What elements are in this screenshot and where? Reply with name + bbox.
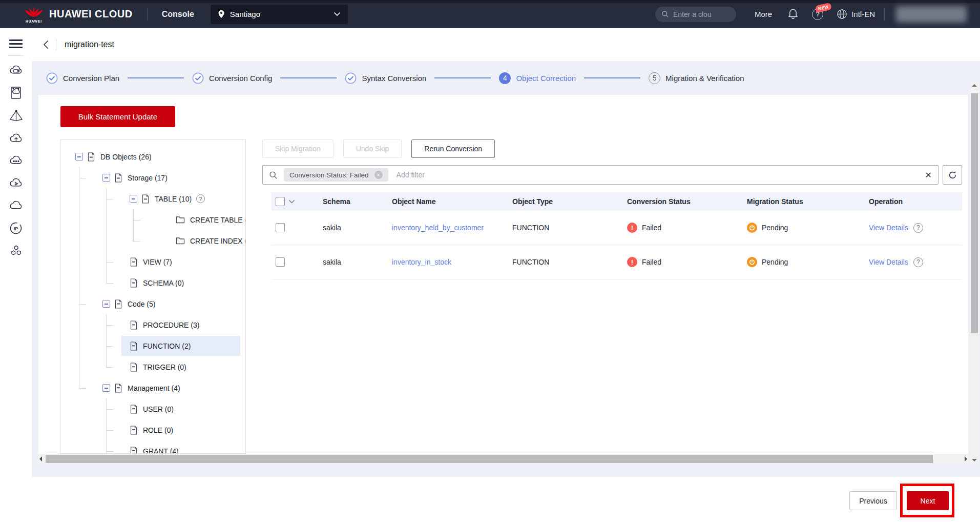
sidebar-item-cloud-server[interactable]	[6, 59, 26, 82]
horizontal-scrollbar[interactable]	[38, 454, 968, 464]
cloud-search-input[interactable]	[673, 10, 729, 18]
rerun-conversion-button[interactable]: Rerun Conversion	[411, 139, 495, 158]
location-pin-icon	[218, 10, 225, 18]
status-text: Failed	[642, 258, 661, 266]
step-connector	[280, 77, 337, 78]
collapse-toggle-icon[interactable]	[102, 174, 110, 182]
content-background: Conversion Plan Conversion Config Syntax…	[32, 61, 980, 477]
clear-filters-icon[interactable]: ✕	[925, 170, 932, 180]
next-button[interactable]: Next	[907, 491, 949, 510]
skip-migration-button[interactable]: Skip Migration	[262, 139, 333, 158]
top-header: HUAWEI HUAWEI CLOUD Console Santiago Mor…	[0, 0, 980, 28]
huawei-logo[interactable]: HUAWEI	[25, 6, 43, 23]
ip-icon: IP	[9, 222, 23, 235]
search-icon	[269, 171, 278, 179]
scroll-right-arrow-icon[interactable]	[965, 456, 967, 461]
back-button[interactable]	[43, 40, 49, 49]
bulk-statement-update-button[interactable]: Bulk Statement Update	[60, 106, 175, 127]
step-done-check-icon	[192, 72, 204, 84]
cell-object-type: FUNCTION	[512, 258, 627, 266]
select-all-checkbox[interactable]	[276, 197, 285, 206]
tree-item-role[interactable]: ROLE (0)	[60, 419, 245, 440]
vertical-scrollbar[interactable]	[970, 81, 979, 465]
operation-help-icon[interactable]: ?	[913, 257, 923, 267]
step-migration-verification[interactable]: 5 Migration & Verification	[649, 72, 744, 84]
hamburger-menu-button[interactable]	[9, 37, 23, 50]
refresh-button[interactable]	[943, 165, 962, 185]
tree-item-schema[interactable]: SCHEMA (0)	[60, 272, 245, 293]
tree-item-user[interactable]: USER (0)	[60, 398, 245, 419]
locale-selector[interactable]: Intl-EN	[837, 9, 875, 19]
row-checkbox[interactable]	[276, 223, 285, 232]
tree-item-grant[interactable]: GRANT (4)	[60, 440, 245, 454]
document-icon	[114, 299, 122, 309]
step-object-correction[interactable]: 4 Object Correction	[499, 72, 576, 84]
sidebar-item-prism[interactable]	[6, 104, 26, 127]
sidebar-item-storage-disk[interactable]	[6, 82, 26, 104]
folder-icon	[176, 237, 185, 245]
refresh-icon	[948, 170, 957, 180]
tree-item-create-index[interactable]: CREATE INDEX (0)	[60, 230, 245, 251]
collapse-toggle-icon[interactable]	[102, 384, 110, 392]
tree-item-storage[interactable]: Storage (17)	[60, 167, 245, 188]
previous-button[interactable]: Previous	[849, 491, 897, 510]
collapse-toggle-icon[interactable]	[102, 300, 110, 308]
header-search[interactable]	[655, 7, 736, 22]
console-link[interactable]: Console	[162, 10, 194, 19]
scroll-up-arrow-icon[interactable]	[972, 84, 977, 87]
filter-chip-label: Conversion Status: Failed	[289, 171, 369, 179]
sidebar-item-cluster[interactable]	[6, 239, 26, 262]
scroll-left-arrow-icon[interactable]	[39, 456, 42, 461]
object-name-link[interactable]: inventory_held_by_customer	[392, 224, 512, 232]
sidebar-item-cloud-run[interactable]	[6, 172, 26, 194]
tree-item-view[interactable]: VIEW (7)	[60, 251, 245, 272]
tree-item-table[interactable]: TABLE (10) ?	[60, 188, 245, 209]
object-name-link[interactable]: inventory_in_stock	[392, 258, 512, 266]
region-selector[interactable]: Santiago	[211, 5, 348, 24]
sidebar-item-cloud[interactable]	[6, 194, 26, 217]
tree-item-db-objects[interactable]: DB Objects (26)	[60, 146, 245, 167]
collapse-toggle-icon[interactable]	[130, 195, 137, 203]
add-filter-input[interactable]	[397, 171, 921, 179]
selection-dropdown-icon[interactable]	[288, 199, 295, 204]
collapse-toggle-icon[interactable]	[75, 153, 83, 160]
filter-input-box[interactable]: Conversion Status: Failed × ✕	[262, 165, 939, 185]
status-text: Pending	[762, 224, 788, 232]
cloud-server-icon	[9, 64, 23, 76]
tree-item-function[interactable]: FUNCTION (2)	[60, 335, 245, 356]
sidebar-item-ip[interactable]: IP	[6, 217, 26, 239]
header-divider	[147, 8, 148, 21]
account-info-blurred[interactable]	[896, 6, 967, 23]
table-row: sakila inventory_in_stock FUNCTION ! Fai…	[272, 245, 962, 279]
tree-item-label: TRIGGER (0)	[143, 363, 186, 371]
step-syntax-conversion[interactable]: Syntax Conversion	[345, 72, 426, 84]
horizontal-scrollbar-thumb[interactable]	[46, 455, 933, 463]
table-help-icon[interactable]: ?	[196, 194, 205, 203]
view-details-link[interactable]: View Details	[869, 224, 908, 232]
operation-help-icon[interactable]: ?	[913, 223, 923, 233]
row-checkbox[interactable]	[276, 257, 285, 267]
tree-item-label: PROCEDURE (3)	[143, 321, 199, 329]
tree-item-create-table[interactable]: CREATE TABLE (9)	[60, 209, 245, 230]
step-conversion-plan[interactable]: Conversion Plan	[46, 72, 119, 84]
help-button[interactable]: ? NEW	[812, 9, 823, 20]
filter-chip-conversion-status-failed[interactable]: Conversion Status: Failed ×	[284, 168, 388, 182]
db-objects-tree: DB Objects (26) Storage (17) TABLE (10) …	[60, 139, 246, 454]
sidebar-item-cloud-upload[interactable]	[6, 127, 26, 149]
remove-filter-icon[interactable]: ×	[374, 171, 383, 179]
more-menu[interactable]: More	[755, 10, 772, 18]
document-icon	[114, 173, 122, 183]
step-conversion-config[interactable]: Conversion Config	[192, 72, 272, 84]
cell-migration-status: Pending	[747, 223, 869, 233]
view-details-link[interactable]: View Details	[869, 258, 908, 266]
tree-item-code[interactable]: Code (5)	[60, 293, 245, 314]
tree-item-management[interactable]: Management (4)	[60, 377, 245, 398]
vertical-scrollbar-thumb[interactable]	[971, 93, 978, 333]
tree-item-procedure[interactable]: PROCEDURE (3)	[60, 314, 245, 335]
sidebar-item-cloud-services[interactable]	[6, 149, 26, 172]
notifications-button[interactable]	[787, 8, 799, 20]
scroll-down-arrow-icon[interactable]	[972, 459, 977, 461]
tree-item-trigger[interactable]: TRIGGER (0)	[60, 356, 245, 377]
column-header-conversion-status: Conversion Status	[627, 197, 747, 206]
undo-skip-button[interactable]: Undo Skip	[343, 139, 402, 158]
